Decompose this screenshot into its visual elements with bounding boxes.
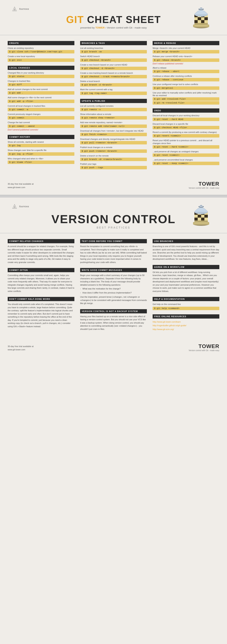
fournova-logo-icon — [12, 6, 18, 12]
section-branches-tags: BRANCHES & TAGS List all existing branch… — [80, 41, 147, 95]
section-help-documentation: HELP & DOCUMENTATION Get help on the com… — [153, 297, 219, 310]
page1-header: fournova — [0, 0, 227, 33]
section-undo-title: UNDO — [153, 108, 219, 113]
svg-rect-34 — [198, 215, 201, 218]
svg-rect-13 — [204, 17, 208, 20]
tower-app-icon — [190, 4, 212, 30]
dont-commit-half-title: DON'T COMMIT HALF-DONE WORK — [8, 297, 74, 301]
page1: fournova — [0, 0, 227, 195]
col2: BRANCHES & TAGS List all existing branch… — [80, 41, 147, 173]
section-write-good-commits: WRITE GOOD COMMIT MESSAGES Begin your me… — [80, 268, 147, 305]
svg-rect-16 — [201, 20, 204, 23]
section-commit-history-title: COMMIT HISTORY — [8, 135, 74, 139]
svg-rect-39 — [201, 218, 204, 220]
agree-on-workflow-title: AGREE ON A WORKFLOW — [153, 265, 219, 269]
page-separator — [0, 195, 227, 196]
commit-related-title: COMMIT RELATED CHANGES — [8, 239, 74, 243]
page2: fournova — [0, 196, 227, 357]
section-merge-rebase: MERGE & REBASE Merge <branch> into your … — [153, 41, 219, 104]
col3: MERGE & REBASE Merge <branch> into your … — [153, 41, 219, 173]
page2-tower-app-icon — [190, 201, 212, 227]
use-branches-title: USE BRANCHES — [153, 239, 219, 243]
page2-subtitle: BEST PRACTICES — [4, 226, 223, 229]
section-merge-rebase-title: MERGE & REBASE — [153, 41, 219, 45]
page2-fournova-logo-icon — [12, 203, 18, 209]
main-columns: CREATE Clone an existing repository $ gi… — [0, 37, 227, 177]
section-update-publish: UPDATE & PUBLISH List all currently conf… — [80, 99, 147, 169]
page2-tower-icon-svg — [190, 201, 212, 226]
write-good-commits-title: WRITE GOOD COMMIT MESSAGES — [80, 268, 147, 272]
section-create: CREATE Clone an existing repository $ gi… — [8, 41, 74, 62]
page2-logo-text: fournova — [19, 205, 29, 208]
page2-col3: USE BRANCHES Branching is one of Git's m… — [153, 239, 219, 336]
page1-footer: 30-day free trial available at www.git-t… — [0, 177, 227, 195]
section-dont-commit-half: DON'T COMMIT HALF-DONE WORK You should o… — [8, 297, 74, 328]
version-control-not-backup-title: VERSION CONTROL IS NOT A BACKUP SYSTEM — [80, 309, 147, 314]
section-commit-often: COMMIT OFTEN Committing often keeps your… — [8, 268, 74, 293]
svg-rect-33 — [194, 215, 198, 218]
page2-logo-area: fournova — [4, 203, 223, 209]
svg-point-22 — [200, 8, 202, 8]
subtitle: presented by TOWER › Version control wit… — [4, 26, 223, 29]
tower-icon-svg — [190, 4, 212, 29]
svg-rect-15 — [198, 20, 201, 23]
section-agree-on-workflow: AGREE ON A WORKFLOW Git lets you pick fr… — [153, 265, 219, 293]
svg-rect-40 — [204, 218, 208, 220]
main-title: GIT CHEAT SHEET — [4, 14, 223, 25]
svg-rect-11 — [198, 17, 201, 20]
col1: CREATE Clone an existing repository $ gi… — [8, 41, 74, 173]
page2-footer-left: 30-day free trial available at www.git-t… — [8, 345, 34, 352]
page2-main-title: VERSION CONTROL — [4, 213, 223, 225]
section-local-changes-title: LOCAL CHANGES — [8, 66, 74, 70]
section-version-control-not-backup: VERSION CONTROL IS NOT A BACKUP SYSTEM H… — [80, 309, 147, 331]
page2-col2: TEST CODE BEFORE YOU COMMIT Resist the t… — [80, 239, 147, 336]
section-use-branches: USE BRANCHES Branching is one of Git's m… — [153, 239, 219, 261]
section-update-publish-title: UPDATE & PUBLISH — [80, 99, 147, 103]
header-divider — [0, 35, 227, 35]
page2-footer-right: TOWER Version control with Git - made ea… — [189, 343, 219, 352]
section-commit-related: COMMIT RELATED CHANGES A commit should b… — [8, 239, 74, 264]
section-branches-tags-title: BRANCHES & TAGS — [80, 41, 147, 45]
svg-rect-41 — [194, 220, 208, 222]
create-item-2: Create a new local repository $ git init — [8, 55, 74, 62]
resource-link-1[interactable]: http://www.git-tower.com/learn — [153, 320, 219, 324]
svg-rect-12 — [201, 17, 204, 20]
resource-link-3[interactable]: http://www.git-scm.org/ — [153, 328, 219, 332]
section-test-before-commit: TEST CODE BEFORE YOU COMMIT Resist the t… — [80, 239, 147, 264]
svg-rect-14 — [194, 20, 198, 23]
footer-right: TOWER Version control with Git - made ea… — [189, 181, 219, 189]
svg-rect-38 — [198, 218, 201, 220]
svg-rect-17 — [204, 20, 208, 23]
logo-area: fournova — [4, 6, 223, 12]
svg-rect-36 — [204, 215, 208, 218]
logo-text: fournova — [19, 8, 29, 10]
svg-rect-35 — [201, 215, 204, 218]
page2-main-columns: COMMIT RELATED CHANGES A commit should b… — [0, 235, 227, 340]
commit-often-title: COMMIT OFTEN — [8, 268, 74, 272]
test-before-commit-title: TEST CODE BEFORE YOU COMMIT — [80, 239, 147, 243]
footer-left: 30-day free trial available at www.git-t… — [8, 182, 34, 189]
section-commit-history: COMMIT HISTORY Show all commits, startin… — [8, 135, 74, 164]
section-local-changes: LOCAL CHANGES Changed files in your work… — [8, 66, 74, 131]
page2-col1: COMMIT RELATED CHANGES A commit should b… — [8, 239, 74, 336]
page2-header: fournova — [0, 198, 227, 231]
help-documentation-title: HELP & DOCUMENTATION — [153, 297, 219, 301]
free-resources-title: FREE ONLINE RESOURCES — [153, 314, 219, 318]
svg-point-45 — [200, 205, 202, 206]
section-undo: UNDO Discard all local changes in your w… — [153, 108, 219, 165]
svg-rect-18 — [194, 23, 208, 25]
page2-divider — [0, 233, 227, 233]
svg-rect-37 — [194, 218, 198, 220]
section-free-resources: FREE ONLINE RESOURCES http://www.git-tow… — [153, 314, 219, 332]
page2-footer: 30-day free trial available at www.git-t… — [0, 340, 227, 357]
svg-rect-10 — [194, 17, 198, 20]
create-item-1: Clone an existing repository $ git clone… — [8, 47, 74, 54]
section-create-title: CREATE — [8, 41, 74, 45]
resource-link-2[interactable]: http://rogerdudler.github.io/git-guide/ — [153, 324, 219, 328]
